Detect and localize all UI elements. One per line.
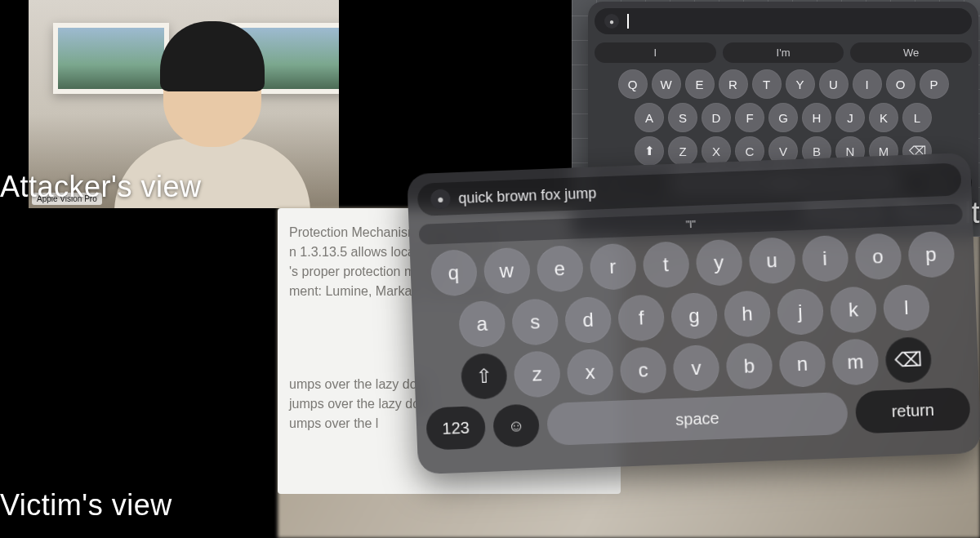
key-r[interactable]: R: [719, 69, 748, 99]
space-key[interactable]: space: [546, 392, 849, 446]
key-x[interactable]: x: [567, 349, 614, 396]
key-a[interactable]: a: [458, 300, 506, 348]
suggestion[interactable]: I: [595, 42, 716, 63]
attacker-view-label: Attacker's view: [0, 170, 201, 204]
key-i[interactable]: i: [801, 235, 849, 282]
key-e[interactable]: E: [685, 69, 715, 99]
keyboard-input-bar[interactable]: ●: [595, 8, 972, 34]
composite-screenshot: Apple Vision Pro Attacker's view Protect…: [0, 0, 980, 538]
key-o[interactable]: O: [886, 69, 915, 99]
key-k[interactable]: K: [869, 103, 898, 132]
victim-virtual-keyboard: ● quick brown fox jump "l" qwertyuiopasd…: [407, 153, 980, 474]
key-u[interactable]: u: [748, 237, 795, 284]
shift-key[interactable]: ⬆: [635, 136, 664, 166]
mic-icon[interactable]: ●: [430, 189, 451, 209]
victim-view-label: Victim's view: [0, 488, 172, 522]
key-w[interactable]: w: [483, 247, 530, 295]
key-q[interactable]: Q: [618, 69, 648, 99]
key-d[interactable]: d: [564, 296, 612, 344]
key-h[interactable]: h: [724, 290, 771, 337]
key-y[interactable]: Y: [786, 69, 815, 99]
backspace-key[interactable]: ⌫: [884, 336, 932, 384]
keyboard-input-text: quick brown fox jump: [458, 185, 597, 207]
key-p[interactable]: P: [920, 69, 949, 99]
key-s[interactable]: s: [511, 298, 559, 345]
key-y[interactable]: y: [695, 239, 742, 287]
key-s[interactable]: S: [668, 103, 697, 132]
key-p[interactable]: p: [907, 231, 955, 278]
key-t[interactable]: t: [642, 241, 689, 288]
key-e[interactable]: e: [536, 245, 583, 292]
key-u[interactable]: U: [819, 69, 849, 99]
key-h[interactable]: H: [802, 103, 831, 132]
suggestion-row: I I'm We: [595, 42, 972, 63]
text-caret: [627, 14, 629, 29]
key-z[interactable]: z: [514, 350, 561, 398]
key-i[interactable]: I: [853, 69, 882, 99]
suggestion[interactable]: We: [850, 42, 972, 63]
emoji-key[interactable]: ☺: [492, 403, 540, 447]
key-t[interactable]: T: [752, 69, 782, 99]
key-g[interactable]: G: [768, 103, 798, 132]
key-n[interactable]: n: [778, 340, 826, 388]
key-g[interactable]: g: [670, 292, 718, 340]
numeric-key[interactable]: 123: [425, 406, 486, 451]
key-j[interactable]: j: [777, 288, 824, 336]
key-k[interactable]: k: [830, 286, 877, 333]
key-w[interactable]: W: [652, 69, 681, 99]
key-z[interactable]: Z: [668, 136, 697, 166]
key-b[interactable]: b: [725, 342, 773, 389]
key-j[interactable]: J: [835, 103, 865, 132]
key-c[interactable]: c: [620, 346, 667, 393]
key-a[interactable]: A: [635, 103, 664, 132]
key-v[interactable]: v: [673, 345, 720, 392]
key-q[interactable]: q: [430, 249, 477, 296]
key-o[interactable]: o: [854, 233, 902, 280]
key-r[interactable]: r: [589, 243, 636, 291]
key-d[interactable]: D: [702, 103, 731, 132]
mic-icon[interactable]: ●: [604, 14, 619, 29]
key-f[interactable]: F: [735, 103, 764, 132]
key-l[interactable]: L: [902, 103, 932, 132]
shift-key[interactable]: ⇧: [461, 353, 508, 400]
return-key[interactable]: return: [855, 387, 971, 434]
suggestion[interactable]: I'm: [723, 42, 844, 63]
key-l[interactable]: l: [883, 284, 930, 331]
key-m[interactable]: m: [831, 338, 879, 385]
key-f[interactable]: f: [617, 294, 665, 341]
